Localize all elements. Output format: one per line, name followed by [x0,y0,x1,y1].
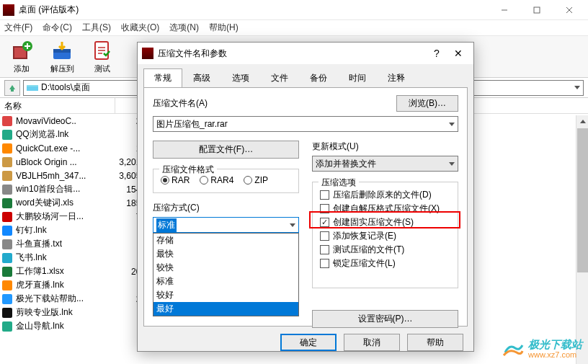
dialog-buttons: 确定 取消 帮助 [138,327,473,358]
radio-rar[interactable]: RAR [161,175,190,185]
method-option-good[interactable]: 较好 [153,288,298,302]
dialog-close-button[interactable]: ✕ [447,48,469,59]
svg-rect-23 [2,308,12,318]
add-button[interactable]: 添加 [4,39,39,74]
maximize-button[interactable] [520,0,553,20]
tab-options[interactable]: 选项 [221,68,260,88]
menu-help[interactable]: 帮助(H) [209,22,239,34]
ok-button[interactable]: 确定 [280,334,337,351]
check-label: 创建固实压缩文件(S) [333,216,414,228]
file-name: VBJLH5mh_347... [16,171,114,181]
archive-dialog: 压缩文件名和参数 ? ✕ 常规 高级 选项 文件 备份 时间 注释 压缩文件名(… [137,42,474,352]
check-option[interactable]: 添加恢复记录(E) [320,229,450,243]
extract-icon [50,39,74,62]
update-select[interactable]: 添加并替换文件 [312,156,458,172]
method-option-normal[interactable]: 标准 [153,275,298,288]
radio-zip[interactable]: ZIP [244,175,268,185]
file-icon [1,156,13,168]
file-icon [1,266,13,278]
extract-button[interactable]: 解压到 [45,39,79,74]
archive-name-label: 压缩文件名(A) [153,97,208,110]
file-icon [1,239,13,250]
options-group: 压缩选项 压缩后删除原来的文件(D)创建自解压格式压缩文件(X)创建固实压缩文件… [312,182,458,288]
menu-tools[interactable]: 工具(S) [82,22,111,34]
file-icon [1,211,13,223]
svg-rect-20 [2,267,12,277]
file-icon [1,197,13,209]
check-option[interactable]: 创建自解压格式压缩文件(X) [320,202,450,216]
radio-icon [161,176,169,185]
tab-comment[interactable]: 注释 [377,68,416,88]
scroll-thumb[interactable] [577,128,588,272]
test-button[interactable]: 测试 [85,39,120,74]
dialog-app-icon [142,48,153,59]
file-name: 斗鱼直播.txt [16,238,114,250]
file-name: 虎牙直播.lnk [16,279,114,291]
svg-rect-12 [2,157,12,167]
col-name[interactable]: 名称 [0,98,115,113]
method-label: 压缩方式(C) [153,202,299,214]
svg-rect-17 [2,226,12,236]
cancel-button[interactable]: 取消 [344,334,400,351]
archive-name-input[interactable]: 图片压缩包_rar.rar [153,116,458,132]
menu-file[interactable]: 文件(F) [4,22,32,34]
method-option-fast[interactable]: 较快 [153,261,298,275]
password-button[interactable]: 设置密码(P)… [312,310,458,328]
radio-rar4[interactable]: RAR4 [200,175,233,185]
check-option[interactable]: 创建固实压缩文件(S) [320,216,450,229]
scroll-up-arrow[interactable] [576,115,588,128]
file-name: 极光下载站帮助... [16,293,114,305]
method-option-best[interactable]: 最好 [153,302,298,316]
method-option-fastest[interactable]: 最快 [153,247,298,261]
file-name: 钉钉.lnk [16,224,114,236]
menu-options[interactable]: 选项(N) [169,22,199,34]
check-option[interactable]: 测试压缩的文件(T) [320,243,450,257]
chevron-down-icon[interactable] [574,86,580,89]
file-icon [1,280,13,291]
file-icon [1,143,13,154]
tab-time[interactable]: 时间 [338,68,377,88]
check-label: 锁定压缩文件(L) [333,257,396,270]
tab-files[interactable]: 文件 [260,68,299,88]
svg-rect-13 [2,171,12,181]
dialog-help-button[interactable]: ? [426,48,447,59]
svg-rect-14 [2,185,12,195]
minimize-button[interactable] [488,0,520,20]
svg-rect-24 [2,321,12,332]
options-group-title: 压缩选项 [318,177,359,189]
checkbox-icon [320,259,329,268]
check-option[interactable]: 锁定压缩文件(L) [320,257,450,270]
file-icon [1,293,13,305]
watermark-icon [502,338,524,360]
help-button[interactable]: 帮助 [407,334,463,351]
check-option[interactable]: 压缩后删除原来的文件(D) [320,188,450,202]
browse-button[interactable]: 浏览(B)… [396,95,458,112]
file-icon [1,170,13,182]
tab-advanced[interactable]: 高级 [182,68,221,88]
path-text: D:\tools\桌面 [41,81,90,94]
file-name: word关键词.xls [16,197,114,209]
method-select[interactable]: 标准 存储 最快 较快 标准 较好 最好 [153,217,299,233]
menu-favorites[interactable]: 收藏夹(O) [121,22,159,34]
chevron-down-icon[interactable] [449,123,455,126]
svg-rect-0 [534,7,540,13]
file-icon [1,225,13,236]
radio-icon [200,176,208,185]
checkbox-icon [320,190,329,200]
profile-button[interactable]: 配置文件(F)… [153,141,299,159]
tab-general[interactable]: 常规 [143,68,182,88]
method-option-store[interactable]: 存储 [153,234,298,247]
add-icon [10,39,33,62]
checkbox-icon [320,245,329,254]
svg-rect-11 [2,143,12,154]
close-button[interactable] [553,0,585,20]
file-icon [1,115,13,127]
update-label: 更新模式(U) [312,141,458,153]
window-title: 桌面 (评估版本) [19,4,488,16]
file-name: 飞书.lnk [16,252,114,264]
svg-rect-21 [2,280,12,290]
menu-command[interactable]: 命令(C) [43,22,72,34]
vertical-scrollbar[interactable] [576,115,588,364]
tab-backup[interactable]: 备份 [299,68,338,88]
up-button[interactable] [4,80,20,96]
